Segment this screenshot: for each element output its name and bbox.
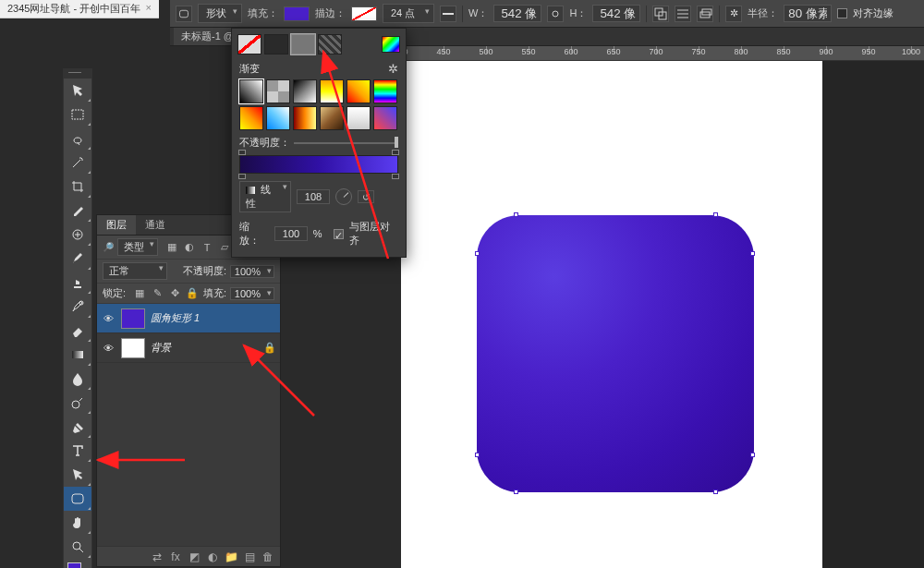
tool-magic-wand[interactable]	[64, 151, 91, 175]
stroke-style-button[interactable]	[440, 6, 456, 22]
opacity-slider[interactable]	[294, 137, 398, 150]
gradient-preset[interactable]	[239, 106, 263, 130]
gear-icon[interactable]: ✲	[725, 6, 742, 22]
tool-spot-heal[interactable]	[64, 223, 91, 247]
path-align-button[interactable]	[675, 6, 691, 22]
gradient-preset[interactable]	[373, 79, 397, 103]
gradient-preset[interactable]	[320, 106, 344, 130]
tool-zoom[interactable]	[64, 535, 91, 559]
stroke-width-select[interactable]: 24 点	[383, 4, 434, 23]
path-arrange-button[interactable]	[697, 6, 713, 22]
color-stop[interactable]	[392, 174, 399, 179]
fill-swatch[interactable]	[284, 6, 310, 21]
tool-path-select[interactable]	[64, 463, 91, 487]
gradient-preset[interactable]	[346, 106, 371, 130]
visibility-eye-icon[interactable]: 👁	[101, 343, 116, 354]
tool-lasso[interactable]	[64, 127, 91, 151]
tool-rect-marquee[interactable]	[64, 103, 91, 127]
opacity-input[interactable]: 100%	[230, 265, 274, 278]
lock-paint-icon[interactable]: ✎	[151, 287, 164, 300]
lock-move-icon[interactable]: ✥	[168, 287, 181, 300]
filter-kind-select[interactable]: 类型	[117, 238, 158, 256]
tool-brush[interactable]	[64, 247, 91, 271]
link-wh-icon[interactable]	[547, 6, 564, 22]
gradient-preset[interactable]	[266, 106, 290, 130]
opacity-stop[interactable]	[238, 150, 246, 155]
gradient-style-select[interactable]: 线性	[239, 181, 291, 212]
tool-type[interactable]	[64, 439, 91, 463]
gradient-preset[interactable]	[373, 106, 397, 130]
stroke-swatch[interactable]	[351, 6, 377, 21]
shape-anchor[interactable]	[475, 251, 480, 256]
shape-anchor[interactable]	[713, 489, 718, 494]
panel-drag-handle[interactable]	[64, 69, 91, 79]
gradient-preset[interactable]	[266, 79, 290, 103]
close-icon[interactable]: ×	[146, 2, 152, 13]
visibility-eye-icon[interactable]: 👁	[101, 313, 116, 324]
color-picker-icon[interactable]	[382, 36, 400, 53]
tool-blur[interactable]	[64, 367, 91, 391]
shape-mode-select[interactable]: 形状	[198, 4, 242, 23]
gradient-preset[interactable]	[346, 79, 371, 103]
layer-name[interactable]: 圆角矩形 1	[151, 311, 258, 325]
rounded-rectangle-shape[interactable]	[477, 215, 754, 492]
angle-input[interactable]: 108	[297, 189, 330, 204]
tool-eraser[interactable]	[64, 319, 91, 343]
layer-row[interactable]: 👁背景🔒	[97, 333, 280, 363]
lock-all-icon[interactable]: 🔒	[186, 287, 199, 300]
fill-type-none-button[interactable]	[237, 34, 261, 54]
canvas-area[interactable]	[401, 61, 924, 568]
layer-thumbnail[interactable]	[121, 338, 145, 358]
filter-pixel-icon[interactable]: ▦	[165, 241, 178, 254]
layer-mask-icon[interactable]: ◩	[188, 550, 201, 563]
tool-pen[interactable]	[64, 415, 91, 439]
layer-row[interactable]: 👁圆角矩形 1	[97, 304, 280, 333]
path-combine-button[interactable]	[652, 6, 669, 22]
opacity-stop[interactable]	[392, 150, 399, 155]
radius-input[interactable]	[784, 5, 832, 22]
align-edges-checkbox[interactable]: 对齐边缘	[837, 6, 894, 20]
tool-clone-stamp[interactable]	[64, 271, 91, 295]
gradient-preset[interactable]	[239, 79, 263, 103]
gradient-preset[interactable]	[293, 79, 317, 103]
browser-tab[interactable]: 2345网址导航 - 开创中国百年 ×	[0, 0, 159, 18]
gradient-preset[interactable]	[320, 79, 344, 103]
tool-dodge[interactable]	[64, 391, 91, 415]
shape-anchor[interactable]	[514, 212, 518, 217]
tool-eyedropper[interactable]	[64, 199, 91, 223]
scale-input[interactable]: 100	[274, 226, 307, 241]
layer-thumbnail[interactable]	[121, 308, 145, 329]
link-layers-icon[interactable]: ⇄	[151, 550, 164, 563]
height-input[interactable]	[592, 5, 640, 22]
layer-name[interactable]: 背景	[151, 341, 258, 355]
reverse-gradient-button[interactable]: ↺	[358, 190, 374, 203]
tool-rounded-rect[interactable]	[64, 487, 91, 511]
blend-mode-select[interactable]: 正常	[103, 262, 167, 280]
align-with-layer-checkbox[interactable]: ✓与图层对齐	[334, 220, 398, 248]
tool-hand[interactable]	[64, 511, 91, 535]
gradient-editor-bar[interactable]	[239, 155, 398, 174]
gradient-preset[interactable]	[293, 106, 317, 130]
delete-layer-icon[interactable]: 🗑	[261, 550, 274, 563]
color-stop[interactable]	[238, 174, 246, 179]
tab-channels[interactable]: 通道	[136, 215, 175, 235]
tab-layers[interactable]: 图层	[97, 215, 136, 235]
tool-crop[interactable]	[64, 175, 91, 199]
adjustment-layer-icon[interactable]: ◐	[206, 550, 219, 563]
shape-anchor[interactable]	[475, 453, 480, 457]
fill-input[interactable]: 100%	[230, 287, 274, 300]
new-layer-icon[interactable]: ▤	[243, 550, 256, 563]
gear-icon[interactable]: ✲	[388, 62, 398, 76]
lock-transparent-icon[interactable]: ▦	[133, 287, 146, 300]
tool-move[interactable]	[64, 79, 91, 103]
filter-shape-icon[interactable]: ▱	[218, 241, 231, 254]
tool-gradient[interactable]	[64, 343, 91, 367]
shape-anchor[interactable]	[514, 489, 518, 494]
shape-anchor[interactable]	[750, 251, 755, 256]
filter-type-icon[interactable]: T	[201, 241, 213, 254]
filter-adjust-icon[interactable]: ◐	[183, 241, 196, 254]
layer-group-icon[interactable]: 📁	[225, 550, 237, 563]
layer-fx-icon[interactable]: fx	[169, 550, 182, 563]
fill-type-solid-button[interactable]	[264, 34, 288, 54]
fill-type-gradient-button[interactable]	[291, 34, 315, 54]
